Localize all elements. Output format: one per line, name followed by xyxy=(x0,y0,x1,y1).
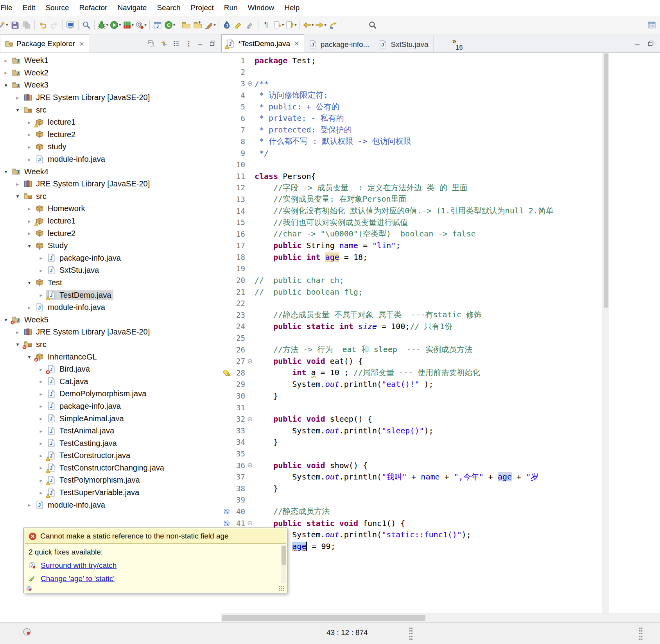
tree-item-week4[interactable]: ▾JWeek4 xyxy=(0,165,221,178)
expand-arrow-icon[interactable]: ▸ xyxy=(36,267,46,274)
collapse-arrow-icon[interactable]: ▾ xyxy=(13,341,23,347)
code-text[interactable]: //char -> "\u0000"(空类型) boolean -> false xyxy=(255,229,603,239)
open-resource-button[interactable] xyxy=(192,18,204,32)
open-task-button[interactable] xyxy=(180,18,192,32)
code-text[interactable]: } xyxy=(255,484,603,493)
horizontal-scrollbar-thumb[interactable] xyxy=(222,615,425,621)
minimize-view-icon[interactable] xyxy=(197,40,204,47)
expand-arrow-icon[interactable]: ▸ xyxy=(24,156,34,163)
expand-arrow-icon[interactable]: ▸ xyxy=(13,95,23,101)
editor-tab-testdemo-java[interactable]: J*TestDemo.java× xyxy=(221,34,304,52)
save-all-button[interactable] xyxy=(21,18,32,32)
tree-item-demopolymorphism-java[interactable]: ▸JDemoPolymorphism.java xyxy=(0,388,221,400)
menu-run[interactable]: Run xyxy=(219,4,243,12)
prev-annotation-button[interactable]: ▾ xyxy=(285,18,298,32)
code-text[interactable]: //实例成员变量: 在对象Person里面 xyxy=(255,194,603,204)
link-with-editor-icon[interactable] xyxy=(160,40,168,47)
expand-arrow-icon[interactable]: ▸ xyxy=(1,70,11,76)
search-button[interactable] xyxy=(367,18,378,32)
statusbar-grip-2[interactable] xyxy=(639,627,643,640)
code-text[interactable]: */ xyxy=(255,148,603,158)
code-text[interactable]: class Person{ xyxy=(255,172,603,181)
vertical-scrollbar-thumb[interactable] xyxy=(604,54,608,308)
expand-arrow-icon[interactable]: ▸ xyxy=(1,57,11,64)
code-text[interactable]: package Test; xyxy=(255,56,603,65)
expand-arrow-icon[interactable]: ▸ xyxy=(24,206,34,212)
fold-collapse-icon[interactable]: ⊖ xyxy=(245,79,255,88)
menu-window[interactable]: Window xyxy=(243,4,280,12)
code-text[interactable]: } xyxy=(255,437,603,447)
highlighter-button[interactable] xyxy=(233,18,244,32)
collapse-arrow-icon[interactable]: ▾ xyxy=(13,107,23,113)
code-text[interactable]: //静态成员变量 不属于对象 属于类 ---有static 修饰 xyxy=(255,309,603,320)
profile-button[interactable]: Q▾ xyxy=(135,18,147,32)
hidden-editors-button[interactable]: »16 xyxy=(452,37,463,51)
tree-item-jre-system-library-javase-20[interactable]: ▸JRE System Library [JavaSE-20] xyxy=(0,326,221,338)
view-filters-icon[interactable] xyxy=(173,40,180,47)
fold-collapse-icon[interactable]: ⊖ xyxy=(245,461,255,469)
horizontal-scrollbar[interactable] xyxy=(221,614,660,622)
vertical-scrollbar[interactable] xyxy=(603,53,609,614)
code-text[interactable]: // public boolean flg; xyxy=(255,287,603,297)
undo-button[interactable] xyxy=(37,18,48,32)
expand-arrow-icon[interactable]: ▸ xyxy=(13,181,23,187)
tree-item-testpolymorphism-java[interactable]: ▸JTestPolymorphism.java xyxy=(0,474,221,487)
expand-arrow-icon[interactable]: ▸ xyxy=(24,131,34,138)
collapse-arrow-icon[interactable]: ▾ xyxy=(1,82,11,88)
collapse-all-icon[interactable] xyxy=(148,40,155,47)
code-text[interactable]: //静态成员方法 xyxy=(255,506,603,517)
new-wizard-button[interactable]: ▾ xyxy=(0,18,9,32)
expand-arrow-icon[interactable]: ▸ xyxy=(36,477,46,483)
expand-arrow-icon[interactable]: ▸ xyxy=(36,428,46,434)
code-text[interactable]: // public char ch; xyxy=(255,275,603,285)
code-text[interactable]: public static void func1() { xyxy=(255,519,603,528)
menu-help[interactable]: Help xyxy=(279,4,305,12)
expand-arrow-icon[interactable]: ▸ xyxy=(36,453,46,459)
collapse-arrow-icon[interactable]: ▾ xyxy=(1,168,11,175)
tree-item-testconstructor-java[interactable]: ▸JTestConstructor.java xyxy=(0,449,221,462)
package-explorer-tab[interactable]: Package Explorer × xyxy=(0,34,89,52)
back-button[interactable]: ▾ xyxy=(302,18,315,32)
popup-scrollbar-thumb[interactable] xyxy=(282,546,286,565)
tree-item-study[interactable]: ▸study xyxy=(0,141,221,153)
inspect-button[interactable] xyxy=(81,18,92,32)
expand-arrow-icon[interactable]: ▸ xyxy=(36,366,46,372)
tree-item-test[interactable]: ▾Test xyxy=(0,277,221,289)
code-text[interactable]: public void eat() { xyxy=(255,356,603,366)
tree-item-lecture2[interactable]: ▸lecture2 xyxy=(0,129,221,141)
menu-navigate[interactable]: Navigate xyxy=(112,4,152,12)
tree-item-cat-java[interactable]: ▸JCat.java xyxy=(0,375,221,388)
tree-item-sxtstu-java[interactable]: ▸JSxtStu.java xyxy=(0,264,221,277)
tree-item-src[interactable]: ▾src xyxy=(0,104,221,116)
maximize-icon[interactable] xyxy=(647,40,655,47)
mark-occurrences-button[interactable] xyxy=(244,18,256,32)
tree-item-package-info-java[interactable]: ▸Jpackage-info.java xyxy=(0,400,221,413)
warning-marker-icon[interactable]: ! xyxy=(221,367,232,379)
code-text[interactable]: public void show() { xyxy=(255,461,603,470)
open-console-button[interactable] xyxy=(65,18,76,32)
code-text[interactable]: //字段 -> 成员变量 : 定义在方法外边 类 的 里面 xyxy=(255,182,603,193)
collapse-arrow-icon[interactable]: ▾ xyxy=(24,279,34,286)
menu-edit[interactable]: Edit xyxy=(18,4,41,12)
tree-item-module-info-java[interactable]: ▸Jmodule-info.java xyxy=(0,153,221,166)
tree-item-package-info-java[interactable]: ▸Jpackage-info.java xyxy=(0,252,221,265)
code-text[interactable]: public int age = 18; xyxy=(255,252,603,262)
collapse-arrow-icon[interactable]: ▾ xyxy=(13,193,23,199)
expand-arrow-icon[interactable]: ▸ xyxy=(36,255,46,261)
code-text[interactable]: System.out.println("sleep()"); xyxy=(255,426,603,435)
code-text[interactable]: * public: + 公有的 xyxy=(255,102,603,112)
editor-tab-sxtstu-java[interactable]: JSxtStu.java xyxy=(374,36,433,52)
tree-item-testdemo-java[interactable]: ▸JTestDemo.java xyxy=(0,289,221,301)
tree-item-src[interactable]: ▾src xyxy=(0,338,221,351)
menu-search[interactable]: Search xyxy=(152,4,185,12)
fold-collapse-icon[interactable]: ⊖ xyxy=(245,415,255,423)
code-text[interactable]: * 什么都不写 : 默认权限 -> 包访问权限 xyxy=(255,136,603,147)
code-text[interactable]: /** xyxy=(255,79,603,88)
code-text[interactable]: System.out.println("我叫" + name + ",今年" +… xyxy=(255,472,603,482)
code-text[interactable]: } xyxy=(255,391,603,401)
statusbar-grip[interactable] xyxy=(409,627,413,640)
expand-arrow-icon[interactable]: ▸ xyxy=(24,218,34,224)
tree-item-bird-java[interactable]: ▸JBird.java xyxy=(0,363,221,376)
redo-button[interactable] xyxy=(48,18,60,32)
tree-item-lecture1[interactable]: ▸lecture1 xyxy=(0,215,221,227)
